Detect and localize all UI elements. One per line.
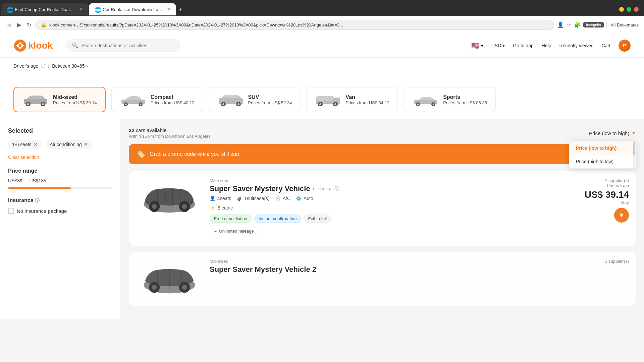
recently-viewed-link[interactable]: Recently viewed <box>559 43 594 48</box>
tab-1-favicon: 🌐 <box>7 7 12 12</box>
svg-point-22 <box>334 103 336 105</box>
no-insurance-checkbox[interactable] <box>8 208 14 214</box>
back-button[interactable]: ◀ <box>5 20 13 30</box>
tab-bar: 🌐 Find Cheap Car Rental Deals & ✕ 🌐 Car … <box>0 0 644 16</box>
tab-sports[interactable]: Sports Prices from US$ 85.35 <box>404 87 496 112</box>
url-bar[interactable]: 🔒 klook.com/en-US/car-rentals/results/?p… <box>35 20 554 30</box>
sports-car-image <box>412 92 439 108</box>
price-slider-fill <box>8 187 71 189</box>
car-1-specs: 👤 4seats 🧳 1suitcase(s) ❄️ A/C ⚙️ <box>210 196 562 201</box>
selected-filters-title: Selected <box>8 127 112 134</box>
car-1-badges: Free cancellation Instant confirmation F… <box>210 215 562 223</box>
tab-compact[interactable]: Compact Prices from US$ 40.12 <box>111 87 203 112</box>
sub-header: Driver's age ⓘ : Between 30–65 ∨ <box>0 58 644 80</box>
results-location: Within 15 km from Downtown Los Angeles <box>129 134 211 139</box>
price-range-slider[interactable] <box>8 187 112 189</box>
sports-tab-info: Sports Prices from US$ 85.35 <box>443 94 487 105</box>
tab-1-title: Find Cheap Car Rental Deals & <box>15 7 75 12</box>
currency-chevron: ▾ <box>502 43 505 48</box>
car-1-price-block: Prices from US$ 39.14 /day <box>585 183 629 205</box>
tab-2[interactable]: 🌐 Car Rentals at Downtown Los A... ✕ <box>89 3 176 15</box>
badge-free-cancellation: Free cancellation <box>210 215 252 223</box>
suv-tab-price: Prices from US$ 52.34 <box>248 100 292 105</box>
sort-chevron-icon: ▼ <box>631 130 636 136</box>
sidebar: Selected 1-6 seats ✕ Air conditioning ✕ … <box>0 119 121 319</box>
currency-value: USD <box>491 43 501 48</box>
flag-icon: 🇺🇸 <box>471 42 480 50</box>
car-2-category: Mid-sized <box>210 259 562 264</box>
car-type-tabs: Mid-sized Prices from US$ 39.14 Compact … <box>0 80 644 119</box>
spec-seats: 👤 4seats <box>210 196 231 201</box>
sports-tab-price: Prices from US$ 85.35 <box>443 100 487 105</box>
mileage-icon: ∞ <box>214 229 217 234</box>
forward-button[interactable]: ▶ <box>15 20 23 30</box>
car-1-expand-button[interactable]: ▼ <box>614 208 629 223</box>
prices-from-label: Prices from <box>585 183 629 188</box>
search-bar[interactable]: 🔍 <box>66 39 180 52</box>
tab-1[interactable]: 🌐 Find Cheap Car Rental Deals & ✕ <box>1 3 88 15</box>
car-1-pricing: 1 supplier(s) Prices from US$ 39.14 /day… <box>569 178 629 223</box>
badge-full-to-full: Full to full <box>304 215 331 223</box>
van-car-icon <box>315 93 341 106</box>
suv-car-image <box>217 92 244 108</box>
language-selector[interactable]: 🇺🇸 ▾ <box>471 42 483 50</box>
all-bookmarks-button[interactable]: All Bookmarks <box>606 22 639 27</box>
svg-point-21 <box>319 103 321 105</box>
star-icon[interactable]: ☆ <box>567 22 571 28</box>
car-1-image-area <box>136 178 203 218</box>
sort-button[interactable]: Price (low to high) ▼ <box>589 130 636 136</box>
compact-tab-info: Compact Prices from US$ 40.12 <box>151 94 195 105</box>
logo[interactable]: klook <box>13 39 53 52</box>
cart-button[interactable]: Cart <box>602 43 610 48</box>
sort-dropdown-menu: Price (low to high) Price (high to low) <box>569 141 636 169</box>
sort-label: Price (low to high) <box>589 130 629 136</box>
new-tab-button[interactable]: + <box>176 6 185 13</box>
tab-suv[interactable]: SUV Prices from US$ 52.34 <box>209 87 301 112</box>
car-1-supplier-count: 1 supplier(s) <box>605 178 629 183</box>
transmission-icon: ⚙️ <box>296 196 302 201</box>
close-button[interactable]: ✕ <box>634 7 639 12</box>
sort-option-high-to-low[interactable]: Price (high to low) <box>569 155 636 168</box>
compact-tab-name: Compact <box>151 94 195 100</box>
extensions-icon[interactable]: 🧩 <box>574 22 581 28</box>
driver-age-info-icon[interactable]: ⓘ <box>41 63 45 69</box>
reload-button[interactable]: ↻ <box>25 20 33 29</box>
clear-selection-link[interactable]: Clear selection <box>8 155 112 160</box>
search-icon: 🔍 <box>72 42 78 49</box>
tab-1-close[interactable]: ✕ <box>79 7 83 12</box>
price-max: US$185 <box>29 178 46 183</box>
avatar-initials: P <box>623 43 626 48</box>
dropdown-scrollbar <box>633 141 636 168</box>
help-link[interactable]: Help <box>542 43 551 48</box>
logo-icon <box>13 39 27 52</box>
maximize-button[interactable]: □ <box>627 7 631 12</box>
fuel-icon: ⚡ <box>210 205 215 210</box>
driver-age-value[interactable]: Between 30–65 ∨ <box>52 63 89 69</box>
promo-banner[interactable]: 🏷️ Grab a promo code while you still can… <box>129 144 636 164</box>
currency-selector[interactable]: USD ▾ <box>491 43 505 48</box>
go-to-app-link[interactable]: Go to app <box>513 43 534 48</box>
results-area: 22 cars available Within 15 km from Down… <box>121 119 644 319</box>
results-count-area: 22 cars available Within 15 km from Down… <box>129 127 211 139</box>
car-1-info-icon[interactable]: ⓘ <box>334 186 339 192</box>
seats-filter-remove[interactable]: ✕ <box>34 142 38 147</box>
minimize-button[interactable]: − <box>619 7 624 12</box>
price-range-values: US$39 - US$185 <box>8 178 112 183</box>
svg-point-5 <box>27 103 29 105</box>
spec-ac: ❄️ A/C <box>275 196 290 201</box>
ac-filter-remove[interactable]: ✕ <box>84 142 88 147</box>
driver-age-label: Driver's age <box>13 63 38 69</box>
avatar[interactable]: P <box>619 40 631 52</box>
promo-icon: 🏷️ <box>136 149 146 159</box>
spec-transmission: ⚙️ Auto <box>296 196 313 201</box>
profile-icon[interactable]: 👤 <box>557 22 564 28</box>
tab-2-close[interactable]: ✕ <box>167 7 170 12</box>
sort-option-low-to-high[interactable]: Price (low to high) <box>569 141 636 155</box>
svg-point-15 <box>222 103 224 105</box>
tab-van[interactable]: Van Prices from US$ 84.12 <box>306 87 398 112</box>
ac-icon: ❄️ <box>275 196 281 201</box>
insurance-info-icon[interactable]: ⓘ <box>35 198 40 203</box>
tab-mid-sized[interactable]: Mid-sized Prices from US$ 39.14 <box>13 87 106 112</box>
search-input[interactable] <box>81 43 174 48</box>
price-range-label: Price range <box>8 168 112 174</box>
